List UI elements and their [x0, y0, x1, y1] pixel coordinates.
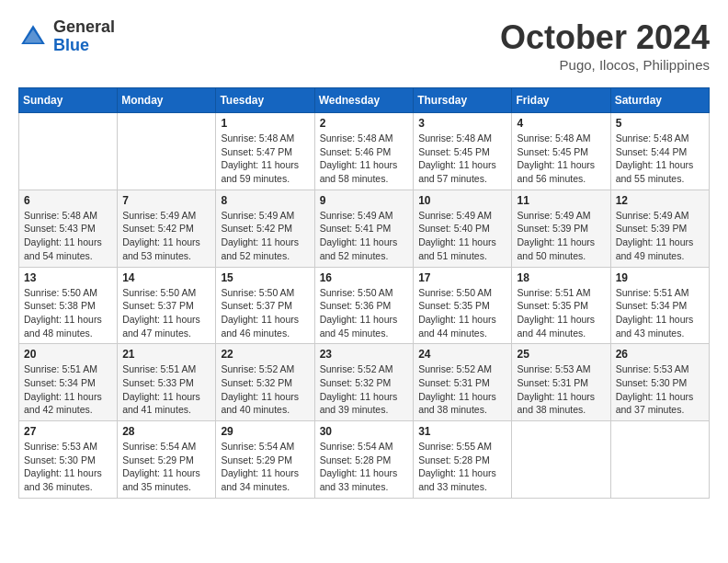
calendar-cell — [610, 421, 709, 499]
day-number: 7 — [122, 194, 210, 207]
calendar-header: SundayMondayTuesdayWednesdayThursdayFrid… — [19, 88, 710, 113]
calendar-cell — [512, 421, 610, 499]
calendar-cell — [118, 113, 216, 190]
calendar-cell: 19Sunrise: 5:51 AM Sunset: 5:34 PM Dayli… — [610, 267, 709, 344]
day-number: 9 — [320, 194, 409, 207]
logo-general: General — [53, 18, 115, 37]
weekday-header-saturday: Saturday — [610, 88, 709, 113]
weekday-header-tuesday: Tuesday — [216, 88, 314, 113]
calendar-cell: 23Sunrise: 5:52 AM Sunset: 5:32 PM Dayli… — [314, 344, 414, 421]
weekday-header-friday: Friday — [512, 88, 610, 113]
day-number: 20 — [24, 348, 112, 361]
day-info: Sunrise: 5:54 AM Sunset: 5:29 PM Dayligh… — [122, 440, 210, 494]
calendar-cell: 12Sunrise: 5:49 AM Sunset: 5:39 PM Dayli… — [610, 190, 709, 267]
week-row-2: 13Sunrise: 5:50 AM Sunset: 5:38 PM Dayli… — [19, 267, 710, 344]
day-info: Sunrise: 5:48 AM Sunset: 5:46 PM Dayligh… — [320, 132, 409, 186]
calendar-cell: 30Sunrise: 5:54 AM Sunset: 5:28 PM Dayli… — [314, 421, 414, 499]
logo-icon — [18, 22, 48, 52]
day-info: Sunrise: 5:50 AM Sunset: 5:35 PM Dayligh… — [418, 286, 506, 340]
day-number: 15 — [221, 271, 309, 284]
day-number: 29 — [221, 425, 309, 438]
day-number: 22 — [221, 348, 309, 361]
calendar-cell: 18Sunrise: 5:51 AM Sunset: 5:35 PM Dayli… — [512, 267, 610, 344]
day-number: 28 — [122, 425, 210, 438]
day-number: 18 — [517, 271, 605, 284]
day-number: 31 — [418, 425, 506, 438]
day-number: 3 — [418, 117, 506, 130]
day-number: 25 — [517, 348, 605, 361]
day-info: Sunrise: 5:49 AM Sunset: 5:42 PM Dayligh… — [221, 209, 309, 263]
calendar-cell: 24Sunrise: 5:52 AM Sunset: 5:31 PM Dayli… — [414, 344, 512, 421]
calendar-cell: 11Sunrise: 5:49 AM Sunset: 5:39 PM Dayli… — [512, 190, 610, 267]
day-info: Sunrise: 5:48 AM Sunset: 5:45 PM Dayligh… — [418, 132, 506, 186]
day-number: 21 — [122, 348, 210, 361]
calendar-cell: 8Sunrise: 5:49 AM Sunset: 5:42 PM Daylig… — [216, 190, 314, 267]
logo: General Blue — [18, 18, 115, 55]
day-number: 27 — [24, 425, 112, 438]
calendar-cell: 22Sunrise: 5:52 AM Sunset: 5:32 PM Dayli… — [216, 344, 314, 421]
calendar-cell: 25Sunrise: 5:53 AM Sunset: 5:31 PM Dayli… — [512, 344, 610, 421]
calendar-cell — [19, 113, 118, 190]
day-number: 2 — [320, 117, 409, 130]
day-info: Sunrise: 5:49 AM Sunset: 5:40 PM Dayligh… — [418, 209, 506, 263]
day-info: Sunrise: 5:48 AM Sunset: 5:45 PM Dayligh… — [517, 132, 605, 186]
day-number: 13 — [24, 271, 112, 284]
week-row-1: 6Sunrise: 5:48 AM Sunset: 5:43 PM Daylig… — [19, 190, 710, 267]
day-number: 4 — [517, 117, 605, 130]
day-info: Sunrise: 5:50 AM Sunset: 5:38 PM Dayligh… — [24, 286, 112, 340]
weekday-header-thursday: Thursday — [414, 88, 512, 113]
day-number: 26 — [616, 348, 704, 361]
calendar-body: 1Sunrise: 5:48 AM Sunset: 5:47 PM Daylig… — [19, 113, 710, 499]
weekday-header-monday: Monday — [118, 88, 216, 113]
calendar-cell: 21Sunrise: 5:51 AM Sunset: 5:33 PM Dayli… — [118, 344, 216, 421]
location: Pugo, Ilocos, Philippines — [500, 57, 710, 73]
day-info: Sunrise: 5:50 AM Sunset: 5:37 PM Dayligh… — [122, 286, 210, 340]
day-info: Sunrise: 5:50 AM Sunset: 5:36 PM Dayligh… — [320, 286, 409, 340]
calendar-cell: 7Sunrise: 5:49 AM Sunset: 5:42 PM Daylig… — [118, 190, 216, 267]
calendar-cell: 1Sunrise: 5:48 AM Sunset: 5:47 PM Daylig… — [216, 113, 314, 190]
day-number: 6 — [24, 194, 112, 207]
day-info: Sunrise: 5:52 AM Sunset: 5:31 PM Dayligh… — [418, 362, 506, 417]
day-number: 12 — [616, 194, 704, 207]
day-number: 10 — [418, 194, 506, 207]
calendar-cell: 27Sunrise: 5:53 AM Sunset: 5:30 PM Dayli… — [19, 421, 118, 499]
calendar-cell: 16Sunrise: 5:50 AM Sunset: 5:36 PM Dayli… — [314, 267, 414, 344]
day-info: Sunrise: 5:54 AM Sunset: 5:28 PM Dayligh… — [320, 440, 409, 494]
day-number: 16 — [320, 271, 409, 284]
calendar: SundayMondayTuesdayWednesdayThursdayFrid… — [18, 87, 710, 499]
week-row-0: 1Sunrise: 5:48 AM Sunset: 5:47 PM Daylig… — [19, 113, 710, 190]
day-info: Sunrise: 5:52 AM Sunset: 5:32 PM Dayligh… — [320, 362, 409, 417]
week-row-3: 20Sunrise: 5:51 AM Sunset: 5:34 PM Dayli… — [19, 344, 710, 421]
calendar-cell: 20Sunrise: 5:51 AM Sunset: 5:34 PM Dayli… — [19, 344, 118, 421]
week-row-4: 27Sunrise: 5:53 AM Sunset: 5:30 PM Dayli… — [19, 421, 710, 499]
day-info: Sunrise: 5:53 AM Sunset: 5:30 PM Dayligh… — [616, 362, 704, 417]
calendar-cell: 31Sunrise: 5:55 AM Sunset: 5:28 PM Dayli… — [414, 421, 512, 499]
calendar-cell: 3Sunrise: 5:48 AM Sunset: 5:45 PM Daylig… — [414, 113, 512, 190]
calendar-cell: 9Sunrise: 5:49 AM Sunset: 5:41 PM Daylig… — [314, 190, 414, 267]
day-info: Sunrise: 5:48 AM Sunset: 5:44 PM Dayligh… — [616, 132, 704, 186]
day-number: 17 — [418, 271, 506, 284]
title-block: October 2024 Pugo, Ilocos, Philippines — [500, 18, 710, 73]
logo-blue: Blue — [53, 37, 115, 55]
calendar-cell: 15Sunrise: 5:50 AM Sunset: 5:37 PM Dayli… — [216, 267, 314, 344]
month-year: October 2024 — [500, 18, 710, 57]
day-info: Sunrise: 5:49 AM Sunset: 5:39 PM Dayligh… — [616, 209, 704, 263]
day-info: Sunrise: 5:49 AM Sunset: 5:41 PM Dayligh… — [320, 209, 409, 263]
day-info: Sunrise: 5:52 AM Sunset: 5:32 PM Dayligh… — [221, 362, 309, 417]
calendar-cell: 26Sunrise: 5:53 AM Sunset: 5:30 PM Dayli… — [610, 344, 709, 421]
day-info: Sunrise: 5:50 AM Sunset: 5:37 PM Dayligh… — [221, 286, 309, 340]
day-info: Sunrise: 5:53 AM Sunset: 5:31 PM Dayligh… — [517, 362, 605, 417]
day-info: Sunrise: 5:51 AM Sunset: 5:34 PM Dayligh… — [24, 362, 112, 417]
day-info: Sunrise: 5:54 AM Sunset: 5:29 PM Dayligh… — [221, 440, 309, 494]
day-info: Sunrise: 5:48 AM Sunset: 5:43 PM Dayligh… — [24, 209, 112, 263]
calendar-cell: 2Sunrise: 5:48 AM Sunset: 5:46 PM Daylig… — [314, 113, 414, 190]
day-number: 24 — [418, 348, 506, 361]
calendar-cell: 14Sunrise: 5:50 AM Sunset: 5:37 PM Dayli… — [118, 267, 216, 344]
page-header: General Blue October 2024 Pugo, Ilocos, … — [18, 18, 710, 73]
calendar-cell: 4Sunrise: 5:48 AM Sunset: 5:45 PM Daylig… — [512, 113, 610, 190]
calendar-cell: 17Sunrise: 5:50 AM Sunset: 5:35 PM Dayli… — [414, 267, 512, 344]
weekday-header-wednesday: Wednesday — [314, 88, 414, 113]
day-number: 23 — [320, 348, 409, 361]
calendar-cell: 28Sunrise: 5:54 AM Sunset: 5:29 PM Dayli… — [118, 421, 216, 499]
logo-text: General Blue — [53, 18, 115, 55]
